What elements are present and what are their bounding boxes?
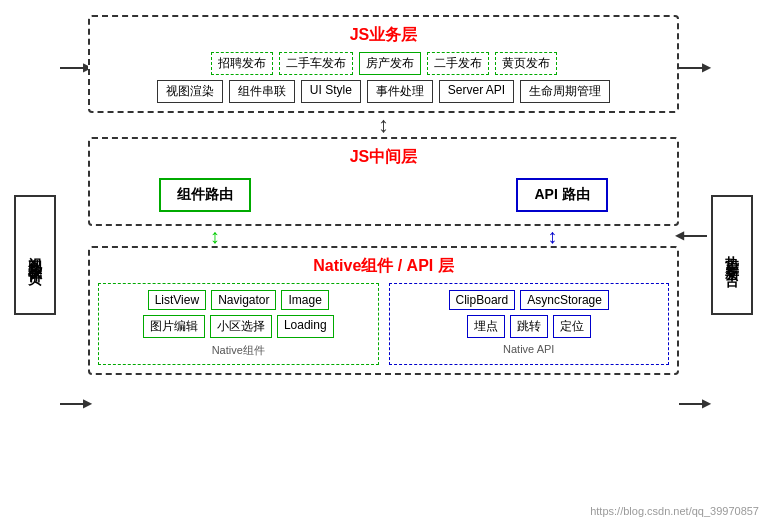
- native-content: ListView Navigator Image 图片编辑 小区选择 Loadi…: [98, 283, 669, 365]
- main-container: 视图载体页 ▶ ▶: [0, 0, 767, 521]
- watermark: https://blog.csdn.net/qq_39970857: [590, 505, 759, 517]
- right-side: 热更新平台: [707, 15, 757, 495]
- right-arrow-native: ▶: [679, 403, 707, 405]
- native-apis: ClipBoard AsyncStorage 埋点 跳转 定位 Native A…: [389, 283, 670, 365]
- right-arrows: ▶ ▶ ◀: [679, 15, 707, 495]
- biz-item-4: 二手发布: [427, 52, 489, 75]
- native-listview: ListView: [148, 290, 206, 310]
- native-title: Native组件 / API 层: [98, 256, 669, 277]
- native-asyncstorage: AsyncStorage: [520, 290, 609, 310]
- native-image: Image: [281, 290, 328, 310]
- native-clipboard: ClipBoard: [449, 290, 516, 310]
- native-api-row2: 埋点 跳转 定位: [396, 315, 663, 338]
- biz-item-2: 二手车发布: [279, 52, 353, 75]
- mid-api-router: API 路由: [516, 178, 607, 212]
- biz-item-5: 黄页发布: [495, 52, 557, 75]
- biz-title: JS业务层: [98, 25, 669, 46]
- biz-box2-3: UI Style: [301, 80, 361, 103]
- biz-box2-6: 生命周期管理: [520, 80, 610, 103]
- center-content: JS业务层 招聘发布 二手车发布 房产发布 二手发布 黄页发布 视图渲染 组件串…: [88, 15, 679, 375]
- biz-box2-2: 组件串联: [229, 80, 295, 103]
- biz-box2-4: 事件处理: [367, 80, 433, 103]
- native-jump: 跳转: [510, 315, 548, 338]
- left-arrow-native: ▶: [60, 403, 88, 405]
- native-photo-edit: 图片编辑: [143, 315, 205, 338]
- biz-mid-arrow: ↕: [88, 113, 679, 137]
- mid-content: 组件路由 API 路由: [98, 174, 669, 216]
- right-label: 热更新平台: [711, 195, 753, 315]
- biz-layer: JS业务层 招聘发布 二手车发布 房产发布 二手发布 黄页发布 视图渲染 组件串…: [88, 15, 679, 113]
- left-arrow-biz: ▶: [60, 67, 88, 69]
- native-api-title: Native API: [396, 343, 663, 355]
- left-arrows: ▶ ▶: [60, 15, 88, 495]
- mid-native-arrows: ↕ ↕: [88, 226, 679, 246]
- native-comp-row1: ListView Navigator Image: [105, 290, 372, 310]
- biz-item-3: 房产发布: [359, 52, 421, 75]
- biz-box2-5: Server API: [439, 80, 514, 103]
- mid-layer: JS中间层 组件路由 API 路由: [88, 137, 679, 226]
- native-comp-title: Native组件: [105, 343, 372, 358]
- biz-item-1: 招聘发布: [211, 52, 273, 75]
- biz-row1: 招聘发布 二手车发布 房产发布 二手发布 黄页发布: [98, 52, 669, 75]
- left-side: 视图载体页: [10, 15, 60, 495]
- biz-row2: 视图渲染 组件串联 UI Style 事件处理 Server API 生命周期管…: [98, 80, 669, 103]
- native-location: 定位: [553, 315, 591, 338]
- full-layout: 视图载体页 ▶ ▶: [10, 10, 757, 500]
- native-track: 埋点: [467, 315, 505, 338]
- native-components: ListView Navigator Image 图片编辑 小区选择 Loadi…: [98, 283, 379, 365]
- native-api-row1: ClipBoard AsyncStorage: [396, 290, 663, 310]
- mid-native-green-arrow: ↕: [210, 225, 220, 248]
- mid-component-router: 组件路由: [159, 178, 251, 212]
- mid-title: JS中间层: [98, 147, 669, 168]
- native-comp-row2: 图片编辑 小区选择 Loading: [105, 315, 372, 338]
- native-navigator: Navigator: [211, 290, 276, 310]
- native-community-select: 小区选择: [210, 315, 272, 338]
- right-arrow-biz: ▶: [679, 67, 707, 69]
- native-layer: Native组件 / API 层 ListView Navigator Imag…: [88, 246, 679, 375]
- biz-box2-1: 视图渲染: [157, 80, 223, 103]
- right-arrow-mid: ◀: [679, 235, 707, 237]
- native-loading: Loading: [277, 315, 334, 338]
- mid-native-blue-arrow: ↕: [547, 225, 557, 248]
- left-label: 视图载体页: [14, 195, 56, 315]
